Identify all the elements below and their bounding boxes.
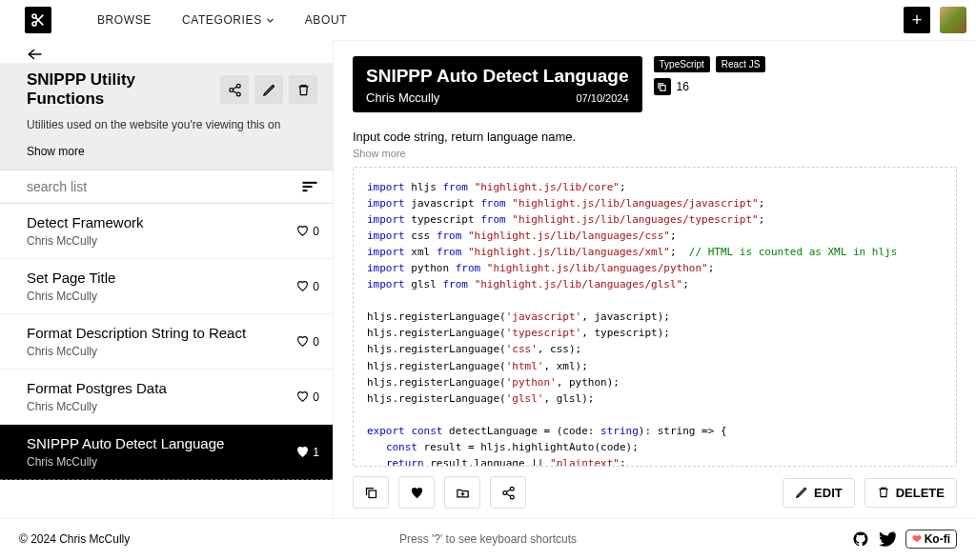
detail-meta: TypeScriptReact JS 16: [654, 56, 766, 95]
fork-count: 16: [677, 80, 689, 93]
fork-icon-box: [654, 78, 671, 95]
logo[interactable]: [25, 7, 51, 33]
avatar[interactable]: [940, 7, 966, 33]
svg-point-1: [32, 22, 36, 26]
heart-icon: [296, 335, 309, 348]
github-link[interactable]: [852, 530, 869, 548]
main: SNIPPP Utility Functions Utilities used …: [0, 40, 976, 518]
kofi-link[interactable]: ❤ Ko-fi: [905, 530, 957, 549]
detail-description: Input code string, return language name.: [353, 130, 957, 144]
list-header: SNIPPP Utility Functions Utilities used …: [0, 63, 333, 170]
nav-right: +: [904, 7, 966, 33]
nav-links: BROWSE CATEGORIES ABOUT: [97, 13, 347, 27]
top-nav: BROWSE CATEGORIES ABOUT +: [0, 0, 976, 40]
svg-point-6: [236, 92, 240, 96]
footer-copyright: © 2024 Chris McCully: [19, 532, 130, 546]
chevron-down-icon: [266, 16, 274, 25]
tag[interactable]: TypeScript: [654, 56, 710, 72]
list-show-more[interactable]: Show more: [10, 131, 317, 158]
fork-row: 16: [654, 78, 766, 95]
list-title: SNIPPP Utility Functions: [10, 70, 214, 109]
delete-button[interactable]: DELETE: [864, 478, 957, 508]
copy-button[interactable]: [353, 476, 389, 509]
title-card: SNIPPP Auto Detect Language Chris Mccull…: [353, 56, 642, 112]
snippet-fav: 0: [296, 225, 319, 238]
snippet-item[interactable]: Format Postgres DataChris McCully0: [0, 370, 333, 425]
detail-panel: SNIPPP Auto Detect Language Chris Mccull…: [333, 40, 976, 518]
code-block[interactable]: import hljs from "highlight.js/lib/core"…: [353, 167, 957, 467]
footer-hint: Press '?' to see keyboard shortcuts: [399, 532, 577, 546]
back-button[interactable]: [27, 48, 323, 61]
share-icon: [501, 486, 516, 500]
snippet-item[interactable]: Set Page TitleChris McCully0: [0, 259, 333, 314]
scissors-icon: [30, 12, 46, 28]
snippet-info: Set Page TitleChris McCully: [27, 270, 296, 303]
snippet-title: Detect Framework: [27, 214, 296, 230]
add-button[interactable]: +: [904, 7, 930, 33]
sidebar: SNIPPP Utility Functions Utilities used …: [0, 40, 333, 518]
edit-button[interactable]: EDIT: [783, 478, 855, 508]
nav-about[interactable]: ABOUT: [305, 13, 347, 27]
snippet-info: Detect FrameworkChris McCully: [27, 214, 296, 248]
fav-count: 0: [313, 225, 319, 238]
github-icon: [852, 530, 869, 548]
share-button[interactable]: [490, 476, 526, 509]
snippet-info: Format Postgres DataChris McCully: [27, 380, 296, 413]
search-row: [0, 170, 333, 204]
fav-count: 0: [313, 335, 319, 349]
copy-icon: [657, 82, 667, 92]
delete-label: DELETE: [896, 486, 945, 500]
search-input[interactable]: [27, 179, 296, 194]
detail-show-more[interactable]: Show more: [353, 148, 957, 159]
snippet-list: Detect FrameworkChris McCully0Set Page T…: [0, 204, 333, 518]
fav-count: 1: [313, 446, 319, 459]
snippet-author: Chris McCully: [27, 400, 296, 413]
snippet-title: Format Description String to React: [27, 325, 296, 341]
heart-icon: ❤: [912, 532, 922, 546]
snippet-item[interactable]: Format Description String to ReactChris …: [0, 314, 333, 370]
detail-author: Chris Mccully: [366, 90, 439, 105]
snippet-info: SNIPPP Auto Detect LanguageChris McCully: [27, 435, 296, 469]
sort-button[interactable]: [296, 175, 323, 198]
snippet-item[interactable]: Detect FrameworkChris McCully0: [0, 204, 333, 259]
detail-title: SNIPPP Auto Detect Language: [366, 66, 629, 87]
snippet-info: Format Description String to ReactChris …: [27, 325, 296, 358]
svg-point-16: [510, 487, 514, 490]
kofi-label: Ko-fi: [925, 532, 950, 546]
svg-point-5: [229, 88, 233, 91]
nav-categories[interactable]: CATEGORIES: [182, 13, 274, 27]
heart-icon: [296, 280, 309, 292]
svg-line-20: [506, 493, 510, 496]
detail-date: 07/10/2024: [576, 92, 628, 104]
folder-icon: [456, 486, 470, 500]
fav-count: 0: [313, 280, 319, 293]
action-row: EDIT DELETE: [353, 467, 957, 518]
favorite-button[interactable]: [398, 476, 435, 509]
twitter-icon: [879, 530, 896, 548]
snippet-title: Set Page Title: [27, 270, 296, 286]
tag[interactable]: React JS: [716, 56, 766, 72]
edit-list-button[interactable]: [254, 75, 283, 104]
snippet-fav: 1: [296, 446, 319, 459]
snippet-title: SNIPPP Auto Detect Language: [27, 435, 296, 451]
share-list-button[interactable]: [220, 75, 249, 104]
twitter-link[interactable]: [879, 530, 896, 548]
folder-button[interactable]: [444, 476, 480, 509]
pencil-icon: [262, 83, 276, 97]
snippet-item[interactable]: SNIPPP Auto Detect LanguageChris McCully…: [0, 425, 333, 480]
delete-list-button[interactable]: [289, 75, 317, 104]
snippet-author: Chris McCully: [27, 234, 296, 248]
copy-icon: [364, 486, 378, 500]
trash-icon: [877, 486, 890, 499]
footer: © 2024 Chris McCully Press '?' to see ke…: [0, 518, 976, 558]
share-icon: [228, 83, 242, 97]
fav-count: 0: [313, 390, 319, 404]
edit-label: EDIT: [814, 486, 843, 500]
svg-line-19: [506, 490, 510, 492]
snippet-fav: 0: [296, 390, 319, 404]
list-description: Utilities used on the website you're vie…: [10, 109, 317, 131]
detail-header: SNIPPP Auto Detect Language Chris Mccull…: [353, 56, 957, 112]
heart-icon: [296, 225, 309, 237]
nav-browse[interactable]: BROWSE: [97, 13, 152, 27]
trash-icon: [296, 83, 311, 97]
